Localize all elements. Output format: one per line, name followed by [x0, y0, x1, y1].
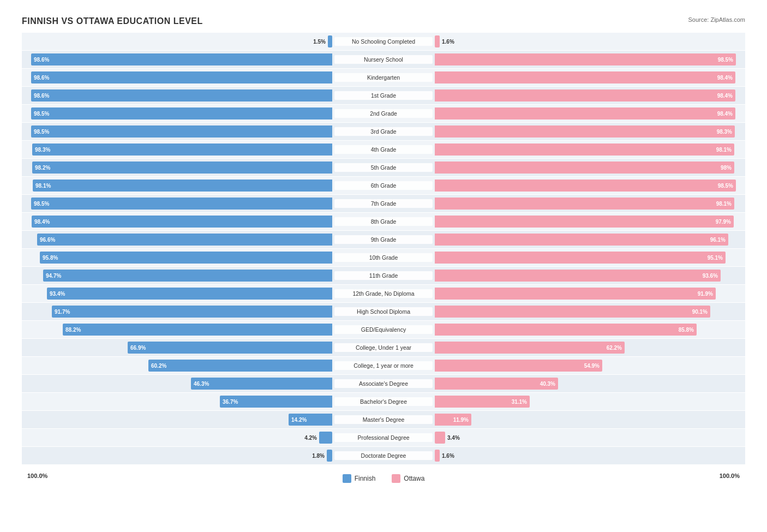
chart-legend: Finnish Ottawa: [343, 474, 425, 483]
bar-row: 98.5%3rd Grade98.3%: [22, 123, 745, 140]
bar-row: 91.7%High School Diploma90.1%: [22, 303, 745, 320]
bar-row: 98.3%4th Grade98.1%: [22, 141, 745, 158]
bar-row: 94.7%11th Grade93.6%: [22, 267, 745, 284]
bar-row: 98.6%Nursery School98.5%: [22, 51, 745, 68]
bar-row: 98.6%Kindergarten98.4%: [22, 69, 745, 86]
footer-left-value: 100.0%: [27, 473, 47, 479]
bar-row: 4.2%Professional Degree3.4%: [22, 429, 745, 446]
legend-item-ottawa: Ottawa: [392, 474, 424, 483]
legend-item-finnish: Finnish: [343, 474, 376, 483]
bar-row: 98.5%7th Grade98.1%: [22, 195, 745, 212]
chart-container: FINNISH VS OTTAWA EDUCATION LEVEL Source…: [11, 11, 756, 494]
bar-row: 1.8%Doctorate Degree1.6%: [22, 447, 745, 464]
chart-header: FINNISH VS OTTAWA EDUCATION LEVEL Source…: [22, 16, 745, 26]
bar-row: 98.2%5th Grade98%: [22, 159, 745, 176]
bar-row: 95.8%10th Grade95.1%: [22, 249, 745, 266]
legend-label-ottawa: Ottawa: [404, 475, 424, 482]
chart-footer: 100.0% Finnish Ottawa 100.0%: [22, 469, 745, 483]
bar-row: 98.4%8th Grade97.9%: [22, 213, 745, 230]
chart-body: 1.5%No Schooling Completed1.6%98.6%Nurse…: [22, 33, 745, 464]
chart-title: FINNISH VS OTTAWA EDUCATION LEVEL: [22, 16, 203, 26]
bar-row: 66.9%College, Under 1 year62.2%: [22, 339, 745, 356]
legend-label-finnish: Finnish: [355, 475, 376, 482]
bar-row: 14.2%Master's Degree11.9%: [22, 411, 745, 428]
bar-row: 98.6%1st Grade98.4%: [22, 87, 745, 104]
legend-box-ottawa: [392, 474, 400, 483]
bar-row: 46.3%Associate's Degree40.3%: [22, 375, 745, 392]
bar-row: 88.2%GED/Equivalency85.8%: [22, 321, 745, 338]
chart-source: Source: ZipAtlas.com: [688, 16, 745, 23]
bar-row: 36.7%Bachelor's Degree31.1%: [22, 393, 745, 410]
legend-box-finnish: [343, 474, 351, 483]
bar-row: 98.1%6th Grade98.5%: [22, 177, 745, 194]
bar-row: 1.5%No Schooling Completed1.6%: [22, 33, 745, 50]
bar-row: 93.4%12th Grade, No Diploma91.9%: [22, 285, 745, 302]
bar-row: 98.5%2nd Grade98.4%: [22, 105, 745, 122]
footer-right-value: 100.0%: [720, 473, 740, 479]
bar-row: 60.2%College, 1 year or more54.9%: [22, 357, 745, 374]
bar-row: 96.6%9th Grade96.1%: [22, 231, 745, 248]
